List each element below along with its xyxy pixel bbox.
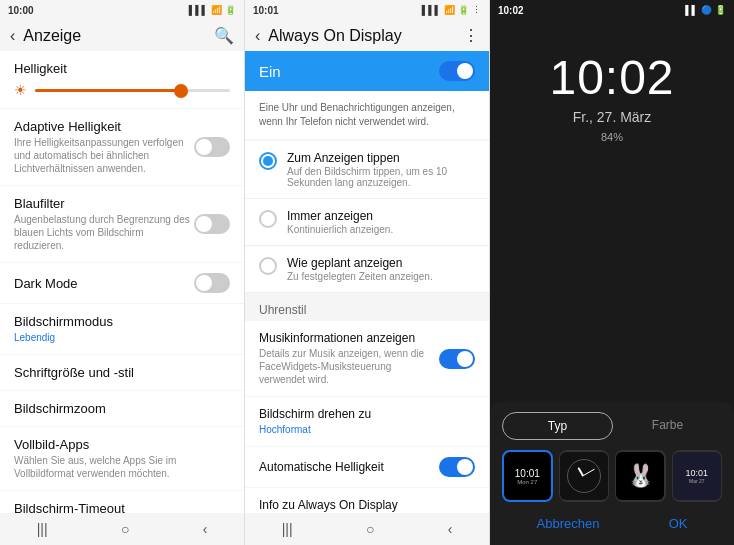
bildschirm-timeout-title: Bildschirm-Timeout xyxy=(14,501,230,513)
brightness-item: Helligkeit ☀ xyxy=(0,51,244,108)
aod-title: Always On Display xyxy=(268,27,401,45)
aod-option-always-text: Immer anzeigen Kontinuierlich anzeigen. xyxy=(287,209,393,235)
nav-bar-2: ||| ○ ‹ xyxy=(245,513,489,545)
more-icon-2[interactable]: ⋮ xyxy=(472,5,481,15)
musikinfos-title: Musikinformationen anzeigen xyxy=(259,331,439,345)
bildschirm-drehen-subtitle: Hochformat xyxy=(259,423,475,436)
signal-icon-2: ▌▌▌ xyxy=(422,5,441,15)
ok-button[interactable]: OK xyxy=(649,512,708,535)
aod-preview-clock: 10:02 xyxy=(549,50,674,105)
battery-icon-1: 🔋 xyxy=(225,5,236,15)
aod-option-scheduled-text: Wie geplant anzeigen Zu festgelegten Zei… xyxy=(287,256,433,282)
nav-home-1[interactable]: ○ xyxy=(121,521,129,537)
thumb-card-clock[interactable]: 10:01 Mar 27 xyxy=(672,450,722,502)
nav-home-2[interactable]: ○ xyxy=(366,521,374,537)
analog-face xyxy=(567,459,601,493)
battery-icon-3: 🔋 xyxy=(715,5,726,15)
nav-back-2[interactable]: ‹ xyxy=(448,521,453,537)
adaptive-brightness-item[interactable]: Adaptive Helligkeit Ihre Helligkeitsanpa… xyxy=(0,109,244,185)
schriftgroesse-item[interactable]: Schriftgröße und -stil xyxy=(0,355,244,390)
musikinfos-toggle[interactable] xyxy=(439,349,475,369)
status-time-3: 10:02 xyxy=(498,5,524,16)
vollbild-apps-title: Vollbild-Apps xyxy=(14,437,230,452)
musikinfos-item[interactable]: Musikinformationen anzeigen Details zur … xyxy=(245,321,489,396)
back-button-2[interactable]: ‹ xyxy=(255,27,260,45)
adaptive-brightness-toggle[interactable] xyxy=(194,137,230,157)
aod-main-toggle[interactable] xyxy=(439,61,475,81)
aod-option-scheduled[interactable]: Wie geplant anzeigen Zu festgelegten Zei… xyxy=(245,246,489,293)
modal-tab-bar: Typ Farbe xyxy=(502,412,722,440)
nav-back-1[interactable]: ‹ xyxy=(203,521,208,537)
bildschirmmodus-item[interactable]: Bildschirmmodus Lebendig xyxy=(0,304,244,354)
dark-mode-item[interactable]: Dark Mode xyxy=(0,263,244,303)
bildschirmmodus-title: Bildschirmmodus xyxy=(14,314,230,329)
wifi-icon-1: 📶 xyxy=(211,5,222,15)
radio-tap[interactable] xyxy=(259,152,277,170)
bildschirmzoom-item[interactable]: Bildschirmzoom xyxy=(0,391,244,426)
modal-action-buttons: Abbrechen OK xyxy=(502,512,722,535)
aod-option-scheduled-subtitle: Zu festgelegten Zeiten anzeigen. xyxy=(287,271,433,282)
radio-scheduled[interactable] xyxy=(259,257,277,275)
aod-options-list: Zum Anzeigen tippen Auf den Bildschirm t… xyxy=(245,141,489,293)
auto-brightness-item[interactable]: Automatische Helligkeit xyxy=(245,447,489,487)
wifi-icon-3: 🔵 xyxy=(701,5,712,15)
auto-brightness-title: Automatische Helligkeit xyxy=(259,460,384,474)
status-icons-3: ▌▌ 🔵 🔋 xyxy=(685,5,726,15)
style-picker-modal: Typ Farbe 10:01 Mon 27 xyxy=(490,402,734,545)
nav-recent-1[interactable]: ||| xyxy=(37,521,48,537)
aod-option-tap[interactable]: Zum Anzeigen tippen Auf den Bildschirm t… xyxy=(245,141,489,199)
tab-farbe[interactable]: Farbe xyxy=(613,412,722,440)
status-bar-1: 10:00 ▌▌▌ 📶 🔋 xyxy=(0,0,244,20)
aod-preview-battery: 84% xyxy=(601,131,623,143)
adaptive-brightness-title: Adaptive Helligkeit xyxy=(14,119,194,134)
cancel-button[interactable]: Abbrechen xyxy=(517,512,620,535)
thumb-digital-clock[interactable]: 10:01 Mon 27 xyxy=(502,450,553,502)
blaufilter-toggle[interactable] xyxy=(194,214,230,234)
bildschirmzoom-title: Bildschirmzoom xyxy=(14,401,230,416)
info-aod-item[interactable]: Info zu Always On Display xyxy=(245,488,489,513)
battery-icon-2: 🔋 xyxy=(458,5,469,15)
aod-content: Ein Eine Uhr und Benachrichtigungen anze… xyxy=(245,51,489,513)
time-3: 10:02 xyxy=(498,5,524,16)
thumb-bunny-clock[interactable]: 🐰 xyxy=(615,450,665,502)
panel-display-settings: 10:00 ▌▌▌ 📶 🔋 ‹ Anzeige 🔍 Helligkeit ☀ xyxy=(0,0,245,545)
aod-header: ‹ Always On Display ⋮ xyxy=(245,20,489,51)
back-button-1[interactable]: ‹ xyxy=(10,27,15,45)
bildschirm-timeout-item[interactable]: Bildschirm-Timeout Nach 1 Minute Inaktiv… xyxy=(0,491,244,513)
vollbild-apps-subtitle: Wählen Sie aus, welche Apps Sie im Vollb… xyxy=(14,454,230,480)
radio-always[interactable] xyxy=(259,210,277,228)
schriftgroesse-title: Schriftgröße und -stil xyxy=(14,365,230,380)
auto-brightness-toggle[interactable] xyxy=(439,457,475,477)
tab-typ[interactable]: Typ xyxy=(502,412,613,440)
nav-recent-2[interactable]: ||| xyxy=(282,521,293,537)
brightness-slider[interactable] xyxy=(35,89,230,92)
search-icon-1[interactable]: 🔍 xyxy=(214,26,234,45)
vollbild-apps-item[interactable]: Vollbild-Apps Wählen Sie aus, welche App… xyxy=(0,427,244,490)
brightness-title: Helligkeit xyxy=(14,61,230,76)
time-2: 10:01 xyxy=(253,5,279,16)
radio-inner-tap xyxy=(263,156,273,166)
top-bar-1: ‹ Anzeige 🔍 xyxy=(0,20,244,51)
brightness-slider-row: ☀ xyxy=(14,82,230,98)
aod-description: Eine Uhr und Benachrichtigungen anzeigen… xyxy=(245,91,489,139)
signal-icon-1: ▌▌▌ xyxy=(189,5,208,15)
slider-thumb[interactable] xyxy=(174,84,188,98)
bildschirm-drehen-item[interactable]: Bildschirm drehen zu Hochformat xyxy=(245,397,489,446)
status-icons-1: ▌▌▌ 📶 🔋 xyxy=(189,5,236,15)
aod-option-scheduled-title: Wie geplant anzeigen xyxy=(287,256,433,270)
sun-icon: ☀ xyxy=(14,82,27,98)
blaufilter-item[interactable]: Blaufilter Augenbelastung durch Begrenzu… xyxy=(0,186,244,262)
wifi-icon-2: 📶 xyxy=(444,5,455,15)
dark-mode-toggle[interactable] xyxy=(194,273,230,293)
info-aod-title: Info zu Always On Display xyxy=(259,498,475,512)
thumb-analog-clock[interactable] xyxy=(559,450,609,502)
uhrenstil-section: Uhrenstil xyxy=(245,293,489,321)
min-hand xyxy=(583,469,595,476)
adaptive-brightness-subtitle: Ihre Helligkeitsanpassungen verfolgen un… xyxy=(14,136,194,175)
musikinfos-subtitle: Details zur Musik anzeigen, wenn die Fac… xyxy=(259,347,439,386)
status-icons-2: ▌▌▌ 📶 🔋 ⋮ xyxy=(422,5,481,15)
more-button-2[interactable]: ⋮ xyxy=(463,26,479,45)
aod-preview-date: Fr., 27. März xyxy=(573,109,652,125)
aod-main-toggle-row[interactable]: Ein xyxy=(245,51,489,91)
aod-option-always[interactable]: Immer anzeigen Kontinuierlich anzeigen. xyxy=(245,199,489,246)
